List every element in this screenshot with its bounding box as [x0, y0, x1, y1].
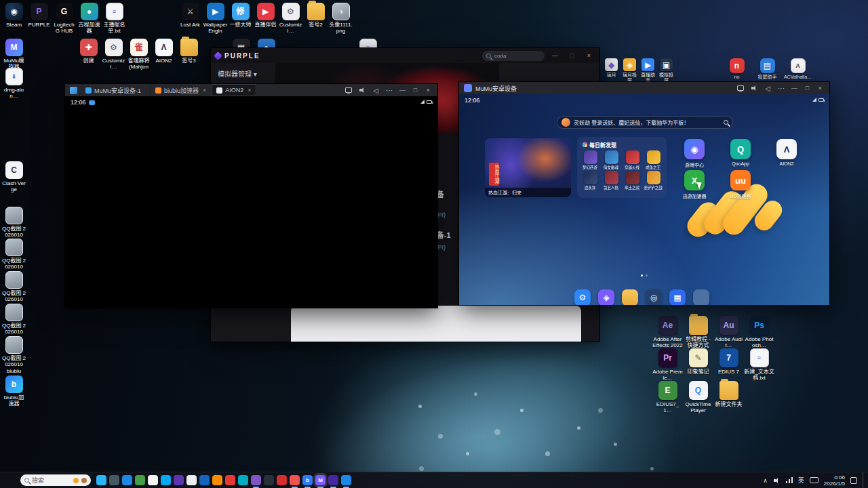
desktop-icon[interactable]: C Clash Verge	[1, 161, 26, 192]
multi-window-icon[interactable]	[342, 85, 355, 96]
desktop-icon[interactable]: QQ截图 20260102…	[1, 271, 26, 302]
desktop-icon[interactable]: E EDIUS7_1…	[652, 381, 683, 413]
back-icon[interactable]: ◁	[761, 83, 774, 94]
desktop-icon[interactable]: ▶ 直播助手	[639, 58, 657, 83]
desktop-icon[interactable]: QQ截图 20260103…	[1, 336, 26, 367]
notification-center-icon[interactable]	[850, 477, 857, 484]
desktop-icon[interactable]: A ACValhalla…	[783, 58, 813, 80]
taskbar-app-icon[interactable]	[277, 475, 287, 485]
desktop-icon[interactable]: ⚙ Customizi…	[278, 3, 303, 34]
more-menu-icon[interactable]: ···	[382, 85, 396, 96]
taskbar-app-icon[interactable]	[122, 475, 132, 485]
desktop-icon[interactable]: P PURPLE	[26, 3, 52, 34]
purple-titlebar[interactable]: PURPLE coda — □ ×	[211, 48, 599, 63]
volume-icon[interactable]	[355, 85, 369, 96]
desktop-icon[interactable]: n no	[722, 58, 752, 80]
taskbar-app-icon[interactable]	[251, 475, 261, 485]
network-icon[interactable]	[786, 477, 793, 483]
emulator-titlebar[interactable]: MuMu安卓设备-1 biubiu加速器 × AION2 × ◁ ··· — □…	[65, 84, 437, 96]
desktop-icon[interactable]: Au Adobe Audit…	[713, 316, 744, 348]
daily-app-icon[interactable]: 倩女幽魂	[601, 150, 622, 170]
desktop-icon[interactable]: 修 一修大师	[228, 3, 253, 34]
home-app-icon[interactable]: uu UU加速器	[717, 170, 764, 199]
desktop-icon[interactable]: M MuMu模拟器	[1, 39, 26, 70]
taskbar-app-icon[interactable]	[96, 475, 106, 485]
dock-app-icon[interactable]	[693, 289, 709, 305]
daily-app-icon[interactable]: 咸鱼之王	[643, 150, 664, 170]
show-desktop-button[interactable]	[863, 472, 865, 488]
desktop-icon[interactable]: QQ截图 20260102…	[1, 207, 26, 238]
desktop-icon[interactable]: Ps Adobe Photosh…	[744, 316, 774, 348]
desktop-icon[interactable]: ◈ 璃月投屏	[620, 58, 639, 83]
desktop-icon[interactable]: ● 古程加速器	[77, 3, 102, 34]
minimize-button[interactable]: —	[788, 83, 801, 94]
desktop-icon[interactable]: ⚔ Lost Ark	[178, 3, 203, 34]
desktop-icon[interactable]: 签号2	[303, 3, 328, 34]
desktop-icon[interactable]: ◑ 头像1111.png	[328, 3, 353, 34]
desktop-icon[interactable]: 剪辑教程 - 快捷方式	[683, 316, 713, 348]
dock-app-icon[interactable]: ◈	[598, 289, 614, 305]
desktop-icon[interactable]: 雀 雀魂麻将 (Mahjong…	[126, 39, 151, 70]
desktop-icon[interactable]: ✎ 印象笔记	[683, 348, 713, 381]
emulator-manage-dropdown[interactable]: 模拟器管理 ▾	[218, 68, 257, 79]
taskbar-app-icon[interactable]	[199, 475, 210, 485]
desktop-icon[interactable]: ▶ Wallpaper Engine：…	[203, 3, 228, 34]
tab-close-icon[interactable]: ×	[203, 87, 206, 94]
desktop-icon[interactable]: QQ截图 20260102…	[1, 304, 26, 335]
taskbar-app-icon[interactable]	[238, 475, 248, 485]
desktop-icon[interactable]: ≡ 新建_文本文档.txt	[744, 348, 774, 381]
minimize-button[interactable]: —	[549, 50, 561, 61]
taskbar-app-icon[interactable]	[186, 475, 197, 485]
emulator-titlebar[interactable]: MuMu安卓设备 ◁ ··· — □ ×	[459, 82, 829, 94]
desktop-icon[interactable]: ⚙ Customizi…	[101, 39, 126, 70]
daily-app-icon[interactable]: 穿越火线	[622, 150, 643, 170]
taskbar-app-icon[interactable]	[264, 475, 274, 485]
daily-app-icon[interactable]: 逆水寒	[580, 171, 601, 190]
desktop-icon[interactable]: G Logitech G HUB	[52, 3, 77, 34]
ime-language-indicator[interactable]: 英	[798, 476, 804, 485]
desktop-icon[interactable]: Λ AION2	[151, 39, 176, 70]
dock-app-icon[interactable]: ◎	[646, 289, 662, 305]
desktop-icon[interactable]: biubiu	[1, 368, 26, 374]
emulator-tab[interactable]: MuMu安卓设备-1	[81, 84, 151, 96]
desktop-icon[interactable]: Ae Adobe After Effects 2022	[652, 316, 683, 348]
game-promo-banner[interactable]: 热血江湖 热血江湖：归来	[485, 138, 571, 197]
home-app-icon[interactable]: Q QooApp	[717, 139, 764, 168]
home-app-icon[interactable]: ◉ 游戏中心	[671, 139, 717, 168]
taskbar-app-icon[interactable]	[212, 475, 222, 485]
minimize-button[interactable]: —	[396, 85, 409, 96]
dock-app-icon[interactable]: ⚙	[574, 289, 591, 305]
taskbar-app-icon[interactable]	[109, 475, 119, 485]
taskbar-app-icon[interactable]: b	[302, 475, 313, 485]
back-icon[interactable]: ◁	[369, 85, 382, 96]
desktop-icon[interactable]: ✚ 创建	[76, 39, 101, 70]
daily-app-icon[interactable]: 梦幻西游	[580, 150, 601, 170]
desktop-icon[interactable]: ≡ 主播昵名单.txt	[102, 3, 127, 34]
dock-app-icon[interactable]: ▦	[669, 289, 686, 305]
keyboard-icon[interactable]	[810, 477, 818, 483]
daily-app-icon[interactable]: 率土之滨	[622, 171, 643, 190]
desktop-icon[interactable]: ▤ 投屏助手	[752, 58, 783, 80]
home-app-icon[interactable]: X 迅游加速器	[671, 170, 717, 199]
maximize-button[interactable]: □	[801, 83, 814, 94]
maximize-button[interactable]: □	[566, 50, 578, 61]
multi-window-icon[interactable]	[734, 83, 747, 94]
taskbar-app-icon[interactable]	[225, 475, 235, 485]
taskbar-app-icon[interactable]	[328, 475, 338, 485]
taskbar-app-icon[interactable]	[174, 475, 184, 485]
desktop-icon[interactable]: QQ截图 20260102…	[1, 239, 26, 270]
tab-close-icon[interactable]: ×	[248, 87, 251, 94]
volume-icon[interactable]	[747, 83, 761, 94]
close-button[interactable]: ×	[814, 83, 827, 94]
close-button[interactable]: ×	[422, 85, 435, 96]
taskbar-app-icon[interactable]: M	[315, 475, 326, 485]
daily-app-icon[interactable]: 第五人格	[601, 171, 622, 190]
desktop-icon[interactable]: 7 EDIUS 7	[713, 348, 744, 381]
desktop-icon[interactable]: ⬇ dmg-aion…	[1, 68, 26, 99]
desktop-icon[interactable]: 签号3	[176, 39, 201, 70]
taskbar-app-icon[interactable]	[161, 475, 171, 485]
close-button[interactable]: ×	[583, 50, 595, 61]
taskbar-app-icon[interactable]	[135, 475, 145, 485]
taskbar-app-icon[interactable]	[341, 475, 351, 485]
maximize-button[interactable]: □	[409, 85, 422, 96]
